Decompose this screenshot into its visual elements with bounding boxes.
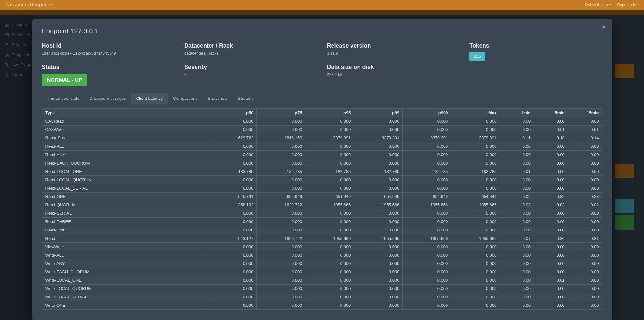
metric-value: 0.00	[500, 209, 534, 218]
release-label: Release version	[327, 42, 460, 49]
metric-value: 0.00	[534, 293, 568, 301]
tab-snapshots[interactable]: Snapshots	[203, 93, 233, 104]
metric-value: 0.000	[208, 117, 257, 126]
metric-type: Write-ANY	[42, 259, 208, 268]
metric-value: 0.000	[451, 209, 500, 218]
metric-value: 0.000	[305, 268, 354, 276]
table-row: Read-EACH_QUORUM0.0000.0000.0000.0000.00…	[42, 159, 602, 167]
metric-value: 0.000	[305, 243, 354, 251]
metric-value: 0.00	[534, 251, 568, 259]
metric-type: Read-SERIAL	[42, 209, 208, 218]
metric-value: 0.000	[257, 268, 305, 276]
metric-value: 0.000	[403, 176, 451, 184]
table-row: Write-ALL0.0000.0000.0000.0000.0000.0000…	[42, 251, 602, 259]
metric-value: 0.000	[451, 142, 500, 151]
switch-theme-link[interactable]: Switch theme	[585, 3, 611, 7]
table-row: Read-TWO0.0000.0000.0000.0000.0000.0000.…	[42, 226, 602, 234]
metric-value: 1955.666	[403, 234, 451, 243]
report-bug-link[interactable]: Report a bug	[617, 3, 639, 7]
metric-value: 0.000	[305, 285, 354, 293]
metric-value: 0.00	[568, 259, 602, 268]
metric-value: 654.949	[403, 193, 451, 201]
severity-label: Severity	[184, 64, 317, 71]
metric-value: 0.00	[568, 184, 602, 193]
metric-value: 0.000	[403, 126, 451, 134]
metric-value: 0.000	[208, 251, 257, 259]
metric-value: 0.000	[305, 142, 354, 151]
metric-value: 0.000	[305, 209, 354, 218]
metric-value: 0.000	[403, 218, 451, 226]
metric-value: 943.127	[208, 234, 257, 243]
metric-value: 0.03	[500, 201, 534, 209]
metric-value: 0.000	[451, 268, 500, 276]
metric-type: Read-THREE	[42, 218, 208, 226]
metric-value: 1955.666	[403, 201, 451, 209]
metric-value: 545.791	[208, 193, 257, 201]
tab-client-latency[interactable]: Client Latency	[131, 93, 168, 104]
metric-value: 0.000	[305, 276, 354, 285]
brand-version: 2.2.6	[48, 4, 55, 7]
tab-streams[interactable]: Streams	[233, 93, 258, 104]
metric-type: Read-ANY	[42, 151, 208, 159]
dcrack-value: datacenter1 / rack1	[184, 51, 317, 56]
metric-value: 0.000	[305, 176, 354, 184]
metric-value: 0.000	[208, 159, 257, 167]
table-row: Write-LOCAL_SERIAL0.0000.0000.0000.0000.…	[42, 293, 602, 301]
metric-value: 654.949	[451, 193, 500, 201]
metric-value: 1955.666	[305, 234, 354, 243]
severity-block: Severity 0	[184, 64, 317, 86]
metric-type: RangeSlice	[42, 134, 208, 142]
brand[interactable]: CassandraReaper 2.2.6	[5, 2, 55, 8]
modal-title: Endpoint 127.0.0.1	[42, 27, 602, 35]
status-block: Status NORMAL - UP	[42, 64, 175, 86]
metric-value: 0.01	[568, 126, 602, 134]
table-row: Read943.1271629.7221955.6661955.6661955.…	[42, 234, 602, 243]
metric-type: CASWrite	[42, 126, 208, 134]
metric-value: 0.000	[257, 142, 305, 151]
metric-value: 0.00	[534, 151, 568, 159]
metric-value: 0.00	[500, 184, 534, 193]
metric-value: 0.11	[500, 134, 534, 142]
metric-value: 0.000	[208, 176, 257, 184]
metric-value: 0.000	[257, 226, 305, 234]
col-header: p999	[403, 109, 451, 117]
metric-value: 0.14	[568, 134, 602, 142]
col-header: p99	[354, 109, 403, 117]
metric-value: 3379.391	[403, 134, 451, 142]
col-header: p75	[257, 109, 305, 117]
metric-value: 0.000	[403, 285, 451, 293]
metric-value: 0.000	[354, 209, 403, 218]
metric-type: Write-LOCAL_ONE	[42, 276, 208, 285]
metric-value: 182.785	[305, 167, 354, 176]
tab-dropped-messages[interactable]: Dropped messages	[84, 93, 131, 104]
table-row: Read-LOCAL_QUORUM0.0000.0000.0000.0000.0…	[42, 176, 602, 184]
table-row: Write-LOCAL_ONE0.0000.0000.0000.0000.000…	[42, 276, 602, 285]
tokens-badge[interactable]: 256	[469, 52, 485, 61]
metric-value: 0.000	[257, 259, 305, 268]
status-badge: NORMAL - UP	[42, 74, 88, 86]
table-row: Read-QUORUM1358.1021629.7221955.6661955.…	[42, 201, 602, 209]
metric-type: Read-LOCAL_QUORUM	[42, 176, 208, 184]
tab-thread-pool-stats[interactable]: Thread pool stats	[42, 93, 84, 104]
metric-value: 654.949	[305, 193, 354, 201]
tokens-label: Tokens	[469, 42, 602, 49]
metric-value: 0.000	[451, 226, 500, 234]
metric-type: Read-LOCAL_ONE	[42, 167, 208, 176]
metric-value: 0.000	[354, 251, 403, 259]
close-icon[interactable]: ×	[602, 24, 606, 31]
tokens-block: Tokens 256	[469, 42, 602, 61]
metric-value: 0.00	[534, 176, 568, 184]
chevron-down-icon	[609, 4, 611, 6]
table-row: Write-LOCAL_QUORUM0.0000.0000.0000.0000.…	[42, 285, 602, 293]
metric-value: 0.00	[568, 159, 602, 167]
metric-value: 0.000	[403, 159, 451, 167]
table-row: Read-THREE0.0000.0000.0000.0000.0000.000…	[42, 218, 602, 226]
metric-value: 0.00	[500, 176, 534, 184]
metric-type: Write-EACH_QUORUM	[42, 268, 208, 276]
metric-value: 0.000	[403, 142, 451, 151]
modal-backdrop[interactable]: × Endpoint 127.0.0.1 Host id 1da434c1-dc…	[0, 10, 644, 320]
metric-type: Read-EACH_QUORUM	[42, 159, 208, 167]
col-header: Max	[451, 109, 500, 117]
tab-compactions[interactable]: Compactions	[168, 93, 203, 104]
table-row: Read-ONE545.791654.949654.949654.949654.…	[42, 193, 602, 201]
